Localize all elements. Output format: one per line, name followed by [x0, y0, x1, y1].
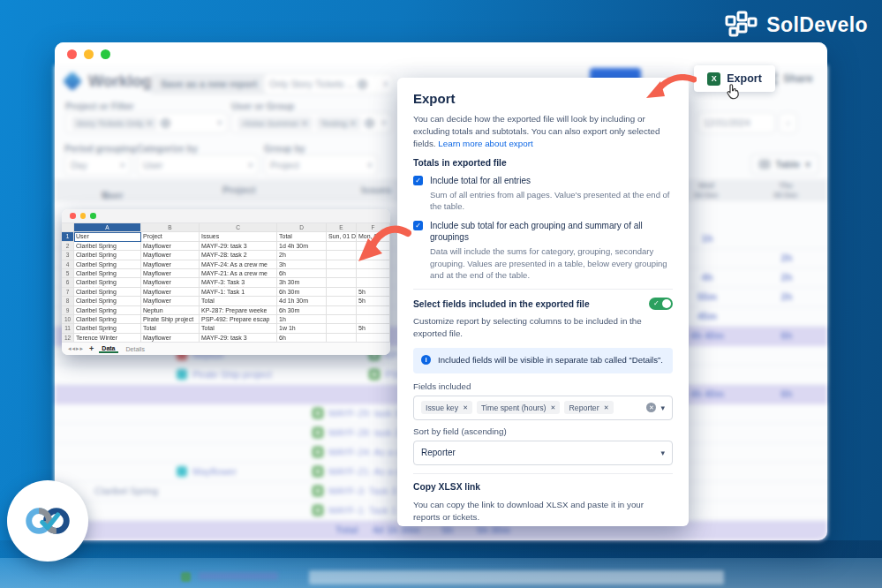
- spreadsheet-cell[interactable]: MAYF-29: task 3: [200, 242, 277, 251]
- spreadsheet-cell[interactable]: [357, 315, 390, 324]
- spreadsheet-cell[interactable]: MAYF-28: task 2: [200, 251, 277, 260]
- spreadsheet-cell[interactable]: 3h 30m: [277, 278, 327, 287]
- clear-icon[interactable]: ✕: [161, 118, 170, 128]
- spreadsheet-cell[interactable]: Mayflower: [141, 269, 200, 278]
- spreadsheet-cell[interactable]: 1: [62, 232, 74, 241]
- filter-tag[interactable]: Aloise Summer ✕: [237, 117, 313, 130]
- spreadsheet-cell[interactable]: Claribel Spring: [74, 288, 141, 297]
- sheet-nav-arrows[interactable]: ◂◂▸▸: [68, 345, 84, 352]
- spreadsheet-cell[interactable]: 1w 1h: [277, 324, 327, 333]
- spreadsheet-cell[interactable]: Total: [200, 324, 277, 333]
- spreadsheet-cell[interactable]: 1h: [277, 315, 327, 324]
- spreadsheet-cell[interactable]: Claribel Spring: [74, 260, 141, 269]
- view-table-select[interactable]: Table ▾: [750, 154, 819, 175]
- spreadsheet-cell[interactable]: MAYF-3: Task 3: [200, 278, 277, 287]
- spreadsheet-cell[interactable]: Project: [141, 232, 200, 241]
- spreadsheet-cell[interactable]: 4: [62, 260, 74, 269]
- spreadsheet-cell[interactable]: B: [141, 223, 200, 232]
- spreadsheet-cell[interactable]: [327, 306, 357, 315]
- spreadsheet-cell[interactable]: MAYF-1: Task 1: [200, 288, 277, 297]
- spreadsheet-cell[interactable]: C: [200, 223, 277, 232]
- spreadsheet-cell[interactable]: MAYF-24: As a crew me: [200, 260, 277, 269]
- spreadsheet-cell[interactable]: Mayflower: [141, 242, 200, 251]
- spreadsheet-cell[interactable]: 6: [62, 278, 74, 287]
- spreadsheet-cell[interactable]: Neptun: [141, 306, 200, 315]
- spreadsheet-cell[interactable]: Claribel Spring: [74, 315, 141, 324]
- spreadsheet-cell[interactable]: KP-287: Prepare weeke: [200, 306, 277, 315]
- spreadsheet-cell[interactable]: Claribel Spring: [74, 251, 141, 260]
- report-dropdown[interactable]: Only Story Tickets ... ✕ ▾: [263, 73, 394, 94]
- period-grouping-select[interactable]: Day▾: [64, 155, 131, 176]
- select-fields-toggle[interactable]: [649, 298, 673, 310]
- learn-more-link[interactable]: Learn more about export: [438, 139, 532, 148]
- spreadsheet-cell[interactable]: [327, 297, 357, 305]
- spreadsheet-cell[interactable]: 5h: [357, 288, 390, 297]
- spreadsheet-cell[interactable]: Claribel Spring: [74, 306, 141, 315]
- spreadsheet-cell[interactable]: MAYF-21: As a crew me: [200, 269, 277, 278]
- spreadsheet-cell[interactable]: 5: [62, 269, 74, 278]
- clear-icon[interactable]: ✕: [358, 79, 367, 89]
- spreadsheet-cell[interactable]: E: [327, 223, 357, 232]
- spreadsheet-cell[interactable]: [327, 251, 357, 260]
- sheet-tab-data[interactable]: Data: [99, 345, 117, 353]
- date-to-input[interactable]: 12/31/2024: [697, 112, 775, 133]
- spreadsheet-cell[interactable]: 2: [62, 242, 74, 251]
- clear-all-icon[interactable]: ✕: [646, 403, 656, 412]
- zoom-button[interactable]: [90, 213, 96, 219]
- spreadsheet-cell[interactable]: Total: [141, 324, 200, 333]
- spreadsheet-cell[interactable]: D: [277, 223, 327, 232]
- spreadsheet-cell[interactable]: 3h: [277, 260, 327, 269]
- spreadsheet-cell[interactable]: Mayflower: [141, 278, 200, 287]
- project-filter-select[interactable]: Story Tickets Only ✕ ✕ ▾: [65, 112, 228, 133]
- filter-tag[interactable]: Testing ✕: [316, 117, 361, 130]
- spreadsheet-cell[interactable]: Claribel Spring: [74, 324, 141, 333]
- spreadsheet-cell[interactable]: Claribel Spring: [74, 297, 141, 305]
- spreadsheet-cell[interactable]: 6h 30m: [277, 288, 327, 297]
- spreadsheet-cell[interactable]: 2h: [277, 251, 327, 260]
- day-header-thu[interactable]: Thu05 Dec: [759, 181, 812, 200]
- spreadsheet-cell[interactable]: 8: [62, 297, 74, 305]
- sheet-tab-details[interactable]: Details: [124, 346, 147, 352]
- sort-field-select[interactable]: Reporter ▾: [413, 441, 673, 465]
- field-tag[interactable]: Issue key✕: [421, 401, 472, 414]
- spreadsheet-cell[interactable]: 11: [62, 324, 74, 333]
- spreadsheet-cell[interactable]: 5h: [357, 297, 390, 305]
- spreadsheet-cell[interactable]: 4d 1h 30m: [277, 297, 327, 305]
- spreadsheet-cell[interactable]: [327, 315, 357, 324]
- spreadsheet-cell[interactable]: 9: [62, 306, 74, 315]
- spreadsheet-cell[interactable]: Mayflower: [141, 251, 200, 260]
- close-button[interactable]: [70, 213, 76, 219]
- spreadsheet-cell[interactable]: 7: [62, 288, 74, 297]
- user-group-select[interactable]: Aloise Summer ✕Testing ✕ ✕ ▾: [231, 112, 392, 133]
- spreadsheet-cell[interactable]: [62, 223, 74, 232]
- spreadsheet-cell[interactable]: 1d 4h 30m: [277, 242, 327, 251]
- spreadsheet-cell[interactable]: [327, 278, 357, 287]
- zoom-button[interactable]: [101, 49, 110, 59]
- categorize-by-select[interactable]: User▾: [137, 155, 259, 176]
- group-by-select[interactable]: Project▾: [264, 155, 378, 176]
- spreadsheet-cell[interactable]: [327, 324, 357, 333]
- date-next-button[interactable]: ›: [779, 112, 797, 133]
- spreadsheet-cell[interactable]: [357, 278, 390, 287]
- spreadsheet-cell[interactable]: 6h: [277, 269, 327, 278]
- save-as-new-report-button[interactable]: Save as a new report: [150, 73, 268, 94]
- spreadsheet-cell[interactable]: User: [74, 232, 141, 241]
- field-tag[interactable]: Reporter✕: [564, 401, 613, 414]
- spreadsheet-cell[interactable]: [327, 288, 357, 297]
- spreadsheet-cell[interactable]: 10: [62, 315, 74, 324]
- spreadsheet-cell[interactable]: [327, 242, 357, 251]
- fields-included-select[interactable]: Issue key✕Time spent (hours)✕Reporter✕ ✕…: [413, 396, 673, 420]
- spreadsheet-cell[interactable]: [327, 269, 357, 278]
- spreadsheet-cell[interactable]: [327, 260, 357, 269]
- include-total-checkbox[interactable]: [413, 176, 423, 185]
- minimize-button[interactable]: [84, 49, 94, 59]
- spreadsheet-cell[interactable]: [357, 306, 390, 315]
- spreadsheet-cell[interactable]: A: [74, 223, 141, 232]
- spreadsheet-cell[interactable]: Issues: [200, 232, 277, 241]
- spreadsheet-cell[interactable]: Sun, 01 D: [327, 232, 357, 241]
- spreadsheet-cell[interactable]: Mayflower: [141, 260, 200, 269]
- close-button[interactable]: [67, 49, 77, 59]
- spreadsheet-cell[interactable]: Claribel Spring: [74, 269, 141, 278]
- spreadsheet-cell[interactable]: 6h 30m: [277, 306, 327, 315]
- spreadsheet-cell[interactable]: 3: [62, 251, 74, 260]
